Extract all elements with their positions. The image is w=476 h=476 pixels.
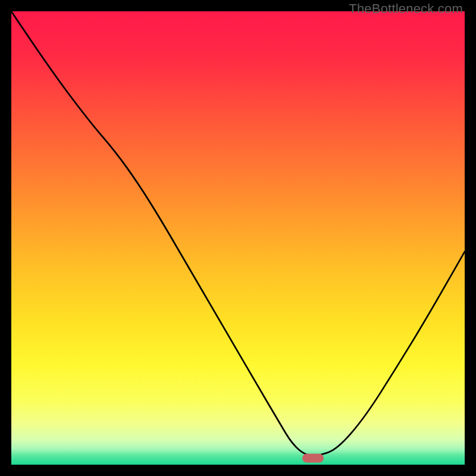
background-gradient <box>11 11 465 465</box>
optimum-marker <box>302 453 324 462</box>
watermark-text: TheBottleneck.com <box>349 1 463 17</box>
chart-frame: TheBottleneck.com <box>0 0 476 476</box>
svg-rect-0 <box>11 11 465 465</box>
plot-area <box>11 11 465 465</box>
